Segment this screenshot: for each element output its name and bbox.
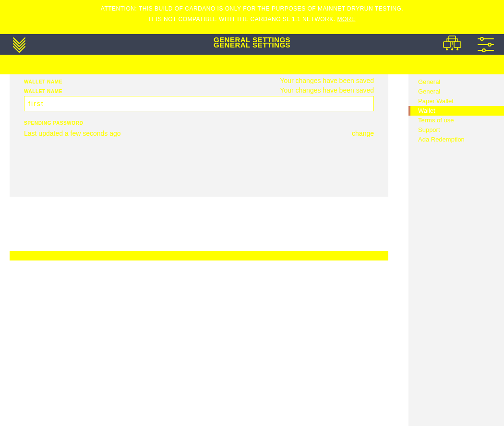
content: WALLET NAME Your changes have been saved…	[0, 74, 504, 426]
spending-password-label: SPENDING PASSWORD	[24, 120, 83, 126]
svg-rect-0	[444, 42, 450, 47]
sidebar-item-wallet[interactable]: Wallet	[408, 106, 504, 116]
settings-sliders-icon[interactable]	[476, 35, 495, 54]
sidebar-item-paper-wallet[interactable]: Paper Wallet	[408, 96, 504, 106]
cardano-logo-icon	[10, 35, 29, 54]
yellow-strip	[0, 55, 504, 74]
notice-more-link[interactable]: MORE	[337, 16, 355, 23]
change-password-link[interactable]: change	[352, 130, 374, 137]
wallet-name-label: WALLET NAME	[24, 89, 62, 94]
settings-sidebar: GeneralPaper WalletWalletTerms of useSup…	[408, 74, 504, 426]
svg-rect-1	[454, 42, 461, 47]
notice-line-1: ATTENTION: THIS BUILD OF CARDANO IS ONLY…	[0, 4, 504, 14]
sidebar-item-terms[interactable]: Terms of use	[408, 116, 504, 125]
svg-point-11	[482, 49, 485, 52]
svg-point-10	[488, 43, 491, 46]
notice-line-2: IT IS NOT COMPATIBLE WITH THE CARDANO SL…	[0, 14, 504, 25]
wallet-name-saved-status: Your changes have been saved	[280, 86, 374, 94]
bottom-yellow-bar	[10, 251, 388, 260]
sidebar-item-ada[interactable]: Ada Redemption	[408, 135, 504, 144]
header-left	[10, 34, 29, 55]
settings-layer: WALLET NAME Your changes have been saved…	[10, 84, 388, 197]
sidebar-item-general[interactable]: General	[408, 77, 504, 87]
svg-point-9	[480, 37, 483, 40]
testnet-notice-banner: ATTENTION: THIS BUILD OF CARDANO IS ONLY…	[0, 0, 504, 34]
header-right	[442, 34, 495, 55]
header-title: GENERAL SETTINGS	[214, 40, 290, 48]
sidebar-item-support[interactable]: Support	[408, 125, 504, 135]
sidebar-item-general[interactable]: General	[408, 87, 504, 96]
spending-password-row: Last updated a few seconds ago change	[24, 127, 374, 137]
spending-password-updated: Last updated a few seconds ago	[24, 130, 121, 137]
wallet-name-input[interactable]	[24, 96, 374, 111]
top-header: GENERAL SETTINGS GENERAL SETTINGS	[0, 34, 504, 55]
main-panel: WALLET NAME Your changes have been saved…	[0, 74, 408, 426]
node-status-icon[interactable]	[442, 35, 463, 54]
wallet-name-saved-status: Your changes have been saved	[280, 77, 374, 84]
